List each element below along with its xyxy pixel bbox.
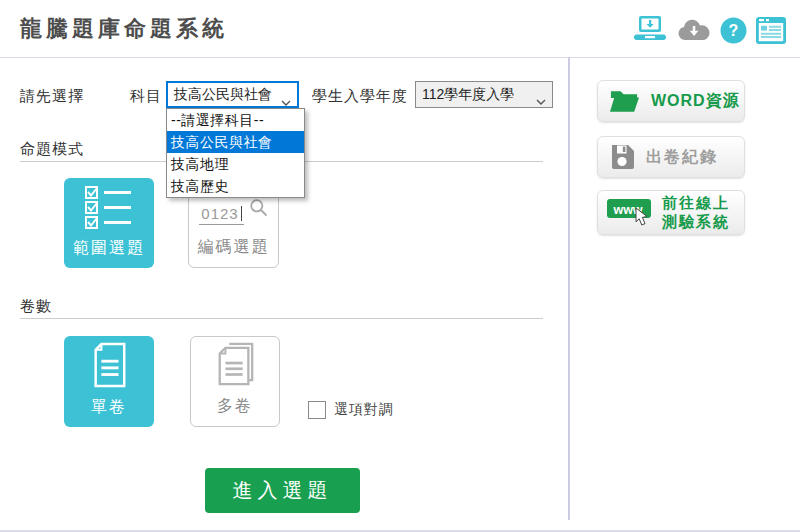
single-document-icon	[89, 341, 129, 389]
multi-document-icon	[214, 340, 256, 388]
subject-dropdown-list: --請選擇科目-- 技高公民與社會 技高地理 技高歷史	[166, 108, 305, 198]
text-caret	[241, 206, 242, 221]
subject-option[interactable]: 技高歷史	[167, 175, 304, 197]
subject-option[interactable]: --請選擇科目--	[167, 109, 304, 131]
svg-text:?: ?	[729, 22, 739, 39]
online-test-button[interactable]: www 前往線上 測驗系統	[597, 190, 745, 235]
header-divider	[0, 57, 800, 58]
prompt-label: 請先選擇	[20, 87, 84, 106]
swap-options-row: 選項對調	[308, 401, 394, 419]
range-select-button[interactable]: 範圍選題	[64, 178, 154, 268]
exam-record-button[interactable]: 出卷紀錄	[597, 136, 745, 178]
app-window: 龍騰題庫命題系統 ?	[0, 0, 800, 532]
subject-select[interactable]: 技高公民與社會	[166, 81, 299, 108]
multi-paper-button[interactable]: 多卷	[190, 336, 280, 427]
multi-paper-label: 多卷	[217, 396, 253, 417]
code-select-label: 編碼選題	[198, 237, 270, 258]
mode-section-title: 命題模式	[20, 140, 84, 159]
magnifier-icon	[249, 198, 268, 217]
laptop-download-icon[interactable]	[632, 16, 668, 44]
subject-label: 科目	[130, 87, 162, 106]
exam-records-icon[interactable]	[756, 17, 786, 44]
subject-option[interactable]: 技高地理	[167, 153, 304, 175]
code-input[interactable]: 0123	[199, 205, 243, 225]
page-title: 龍騰題庫命題系統	[20, 14, 228, 44]
enter-selection-button[interactable]: 進入選題	[205, 468, 360, 513]
section-divider	[20, 318, 543, 319]
word-resource-label: WORD資源	[651, 91, 740, 112]
floppy-disk-icon	[609, 144, 635, 170]
word-resource-button[interactable]: WORD資源	[597, 80, 745, 122]
subject-select-value: 技高公民與社會	[174, 86, 272, 104]
subject-option-selected[interactable]: 技高公民與社會	[167, 131, 304, 153]
swap-options-checkbox[interactable]	[308, 401, 326, 419]
chevron-down-icon	[536, 92, 546, 108]
code-input-row[interactable]: 0123	[199, 198, 267, 225]
header-icon-bar: ?	[632, 16, 786, 44]
online-test-label: 前往線上 測驗系統	[662, 194, 730, 232]
single-paper-label: 單卷	[91, 397, 127, 418]
help-icon[interactable]: ?	[720, 17, 747, 44]
folder-open-icon	[609, 88, 640, 114]
year-label: 學生入學年度	[312, 87, 408, 106]
year-select-value: 112學年度入學	[422, 86, 514, 104]
papers-section-title: 卷數	[20, 297, 52, 316]
year-select[interactable]: 112學年度入學	[415, 81, 553, 108]
vertical-divider	[568, 57, 570, 520]
cloud-download-icon[interactable]	[677, 18, 711, 43]
exam-record-label: 出卷紀錄	[646, 147, 718, 168]
range-select-label: 範圍選題	[73, 238, 145, 259]
chevron-down-icon	[281, 93, 291, 109]
www-cursor-icon: www	[606, 197, 654, 228]
swap-options-label: 選項對調	[334, 401, 394, 419]
checklist-icon	[85, 184, 133, 230]
single-paper-button[interactable]: 單卷	[64, 336, 154, 427]
